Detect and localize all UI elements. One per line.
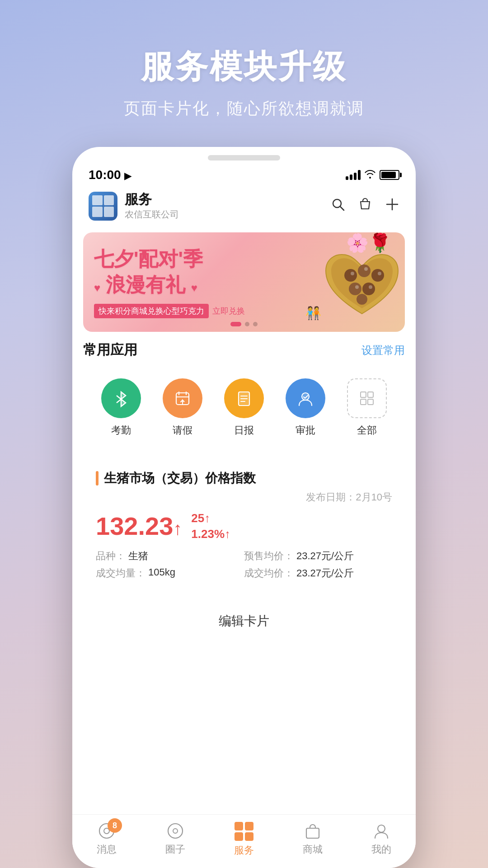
app-name: 服务 — [125, 191, 331, 208]
app-item-attendance[interactable]: 考勤 — [96, 378, 146, 437]
detail-label-0: 品种： — [96, 549, 126, 563]
plus-icon[interactable] — [385, 197, 399, 215]
banner-image: 🌸🌹 — [314, 237, 405, 327]
app-content: 七夕'配对'季 ♥ 浪漫有礼 ♥ 快来积分商城兑换心型巧克力 立即兑换 🌸🌹 — [72, 228, 416, 868]
nav-item-shop[interactable]: 商城 — [286, 822, 340, 857]
attendance-icon — [101, 378, 141, 418]
price-change: 25↑ — [191, 511, 230, 525]
svg-point-6 — [371, 269, 384, 282]
search-icon[interactable] — [331, 197, 345, 215]
price-detail-0: 品种： 生猪 — [96, 549, 244, 563]
price-change-group: 25↑ 1.23%↑ — [191, 511, 230, 541]
battery-icon — [380, 170, 399, 180]
service-grid-icon — [235, 822, 253, 841]
app-item-all[interactable]: 全部 — [342, 378, 392, 437]
svg-point-8 — [362, 283, 375, 295]
svg-rect-34 — [306, 828, 319, 838]
approve-icon — [286, 378, 325, 418]
banner-title: 七夕'配对'季 ♥ 浪漫有礼 ♥ — [94, 246, 304, 297]
svg-line-1 — [340, 207, 344, 210]
message-icon-wrap: 8 — [98, 822, 116, 840]
price-card-header: 生猪市场（交易）价格指数 — [96, 470, 392, 487]
price-change-percent: 1.23%↑ — [191, 527, 230, 541]
approve-label: 审批 — [296, 424, 315, 437]
status-bar: 10:00 ▶ — [72, 160, 416, 186]
svg-point-7 — [349, 283, 361, 295]
price-date: 发布日期：2月10号 — [96, 491, 392, 504]
price-details: 品种： 生猪 预售均价： 23.27元/公斤 成交均量： 105kg 成交均 — [96, 549, 392, 580]
nav-item-service[interactable]: 服务 — [217, 822, 271, 857]
svg-point-13 — [355, 285, 359, 289]
app-item-approve[interactable]: 审批 — [281, 378, 330, 437]
all-label: 全部 — [357, 424, 377, 437]
app-logo — [89, 192, 117, 221]
phone-notch — [208, 155, 280, 160]
detail-label-3: 成交均价： — [244, 566, 294, 580]
svg-point-9 — [357, 294, 367, 305]
nav-label-shop: 商城 — [303, 843, 323, 856]
banner-hearts-left: ♥ — [94, 282, 100, 294]
price-detail-1: 预售均价： 23.27元/公斤 — [244, 549, 392, 563]
detail-value-3: 23.27元/公斤 — [296, 566, 354, 580]
nav-label-profile: 我的 — [371, 843, 391, 856]
app-company: 农信互联公司 — [125, 208, 331, 221]
orange-bar — [96, 471, 99, 486]
couple-figure: 🧑‍🤝‍🧑 — [305, 306, 321, 321]
detail-label-2: 成交均量： — [96, 566, 145, 580]
banner-hearts-right: ♥ — [191, 282, 197, 294]
svg-point-35 — [378, 825, 385, 832]
nav-item-circle[interactable]: 圈子 — [148, 822, 202, 857]
banner-subtitle: 快来积分商城兑换心型巧克力 立即兑换 — [94, 304, 304, 318]
detail-value-2: 105kg — [148, 566, 175, 580]
banner-text: 七夕'配对'季 ♥ 浪漫有礼 ♥ 快来积分商城兑换心型巧克力 立即兑换 — [83, 237, 314, 327]
price-card-title: 生猪市场（交易）价格指数 — [104, 470, 256, 487]
apps-grid: 考勤 请假 — [83, 368, 405, 448]
svg-line-15 — [117, 396, 121, 399]
banner-cta[interactable]: 立即兑换 — [212, 306, 245, 316]
svg-point-32 — [168, 824, 183, 838]
app-header: 服务 农信互联公司 — [72, 186, 416, 228]
price-card-section: 生猪市场（交易）价格指数 发布日期：2月10号 132.23↑ 25↑ 1.23… — [72, 459, 416, 660]
banner-tag[interactable]: 快来积分商城兑换心型巧克力 — [94, 304, 209, 318]
detail-label-1: 预售均价： — [244, 549, 294, 563]
attendance-label: 考勤 — [111, 424, 131, 437]
banner-container[interactable]: 七夕'配对'季 ♥ 浪漫有礼 ♥ 快来积分商城兑换心型巧克力 立即兑换 🌸🌹 — [83, 232, 405, 332]
svg-point-5 — [358, 264, 371, 277]
svg-rect-26 — [361, 392, 366, 397]
svg-point-25 — [302, 393, 309, 400]
svg-point-33 — [173, 829, 178, 833]
edit-card-button[interactable]: 编辑卡片 — [83, 600, 405, 642]
nav-item-profile[interactable]: 我的 — [354, 822, 408, 857]
nav-item-message[interactable]: 8 消息 — [80, 822, 134, 857]
leave-icon — [163, 378, 202, 418]
price-main-value: 132.23↑ — [96, 514, 182, 539]
signal-icon — [346, 170, 361, 180]
status-time: 10:00 ▶ — [89, 168, 131, 182]
app-item-daily[interactable]: 日报 — [219, 378, 269, 437]
profile-icon-wrap — [372, 822, 390, 840]
price-card: 生猪市场（交易）价格指数 发布日期：2月10号 132.23↑ 25↑ 1.23… — [83, 459, 405, 591]
app-name-group: 服务 农信互联公司 — [125, 191, 331, 221]
circle-icon-wrap — [166, 822, 184, 840]
detail-value-0: 生猪 — [128, 549, 148, 563]
daily-label: 日报 — [234, 424, 254, 437]
daily-icon — [224, 378, 264, 418]
phone-frame: 10:00 ▶ — [72, 147, 416, 868]
detail-value-1: 23.27元/公斤 — [296, 549, 354, 563]
bag-icon[interactable] — [358, 197, 372, 215]
all-icon — [347, 378, 387, 418]
price-detail-2: 成交均量： 105kg — [96, 566, 244, 580]
scroll-area: 七夕'配对'季 ♥ 浪漫有礼 ♥ 快来积分商城兑换心型巧克力 立即兑换 🌸🌹 — [72, 228, 416, 814]
section-title: 常用应用 — [83, 341, 137, 359]
wifi-icon — [364, 169, 376, 181]
svg-rect-27 — [368, 392, 373, 397]
svg-rect-29 — [368, 399, 373, 405]
nav-label-message: 消息 — [97, 843, 117, 856]
app-item-leave[interactable]: 请假 — [158, 378, 207, 437]
section-action[interactable]: 设置常用 — [361, 343, 405, 358]
section-header: 常用应用 设置常用 — [83, 341, 405, 359]
status-icons — [346, 169, 399, 181]
price-detail-3: 成交均价： 23.27元/公斤 — [244, 566, 392, 580]
svg-point-10 — [351, 272, 354, 275]
page-header: 服务模块升级 页面卡片化，随心所欲想调就调 — [124, 0, 364, 147]
